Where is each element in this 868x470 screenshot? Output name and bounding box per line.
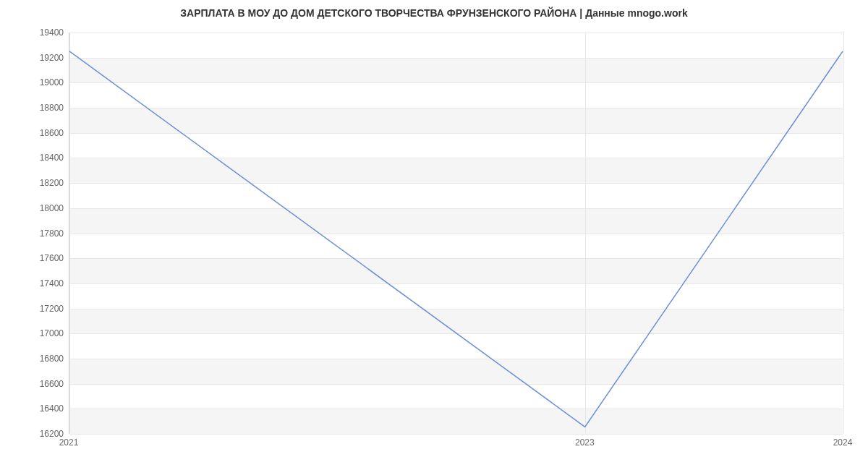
y-tick-label: 19400 [6, 27, 64, 38]
y-tick-label: 18600 [6, 128, 64, 138]
chart-container: ЗАРПЛАТА В МОУ ДО ДОМ ДЕТСКОГО ТВОРЧЕСТВ… [0, 0, 868, 470]
x-tick-label: 2021 [59, 437, 79, 448]
x-tick-label: 2023 [575, 437, 595, 448]
y-tick-label: 18200 [6, 178, 64, 188]
plot-area [69, 33, 843, 434]
y-tick-label: 18400 [6, 153, 64, 163]
y-tick-label: 16600 [6, 379, 64, 389]
y-tick-label: 16200 [6, 429, 64, 439]
y-tick-label: 17600 [6, 253, 64, 263]
y-tick-label: 16800 [6, 354, 64, 364]
y-tick-label: 18800 [6, 103, 64, 113]
y-tick-label: 17400 [6, 278, 64, 289]
data-line [69, 51, 843, 427]
line-layer [69, 33, 843, 433]
y-tick-label: 19200 [6, 53, 64, 63]
x-grid-line [843, 33, 844, 433]
x-tick-label: 2024 [833, 437, 853, 448]
y-tick-label: 19000 [6, 77, 64, 87]
y-tick-label: 17000 [6, 328, 64, 338]
chart-title: ЗАРПЛАТА В МОУ ДО ДОМ ДЕТСКОГО ТВОРЧЕСТВ… [0, 7, 868, 19]
y-tick-label: 17200 [6, 304, 64, 314]
y-tick-label: 18000 [6, 203, 64, 213]
y-tick-label: 17800 [6, 228, 64, 239]
y-grid-line [69, 434, 843, 435]
y-tick-label: 16400 [6, 403, 64, 414]
